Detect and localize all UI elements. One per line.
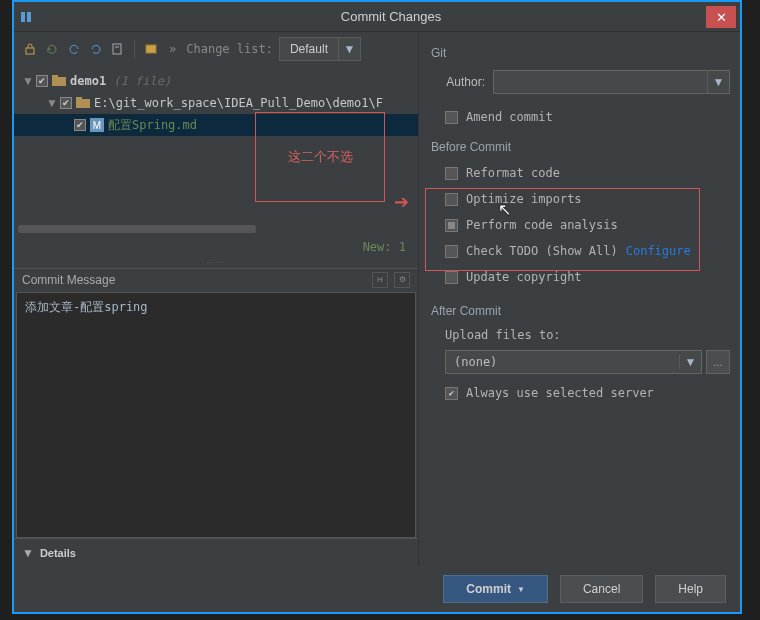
toolbar-separator [134,40,135,58]
checkbox[interactable] [60,97,72,109]
checkbox[interactable] [74,119,86,131]
scrollbar-thumb[interactable] [18,225,256,233]
optimize-option[interactable]: Optimize imports [445,192,730,206]
folder-icon [76,97,90,109]
author-combo[interactable]: ▼ [493,70,730,94]
dialog-body: » Change list: Default ▼ ▼ demo1 (1 file… [14,32,740,612]
changelist-combo[interactable]: Default ▼ [279,37,361,61]
commit-message-header: Commit Message H ⚙ [14,268,418,290]
tree-file-row[interactable]: M 配置Spring.md [14,114,418,136]
analysis-option[interactable]: Perform code analysis [445,218,730,232]
horizontal-scrollbar[interactable] [18,224,414,234]
refresh-icon[interactable] [44,41,60,57]
tree-status-bar: New: 1 [14,236,418,258]
status-new-count: New: 1 [363,240,406,254]
optimize-label: Optimize imports [466,192,582,206]
group-icon[interactable] [143,41,159,57]
details-toggle[interactable]: ▼ Details [14,538,418,566]
folder-icon [52,75,66,87]
markdown-file-icon: M [90,118,104,132]
annotation-arrow-icon: ➔ [394,191,409,213]
expand-arrow-icon[interactable]: ▼ [46,96,56,110]
tree-root-label: demo1 (1 file) [70,74,171,88]
git-section-header: Git [431,46,730,60]
checkbox[interactable] [445,245,458,258]
tree-path-row[interactable]: ▼ E:\git_work_space\IDEA_Pull_Demo\demo1… [14,92,418,114]
right-column: Git Author: ▼ Amend commit Before Commit… [419,32,740,566]
configure-link[interactable]: Configure [626,244,691,258]
window-title: Commit Changes [42,9,740,24]
chevron-down-icon[interactable]: ▼ [707,71,729,93]
before-commit-header: Before Commit [431,140,730,154]
chevron-down-icon[interactable]: ▼ [338,38,360,60]
chevron-down-icon: ▼ [22,546,34,560]
browse-button[interactable]: … [706,350,730,374]
checkbox[interactable] [445,271,458,284]
analysis-label: Perform code analysis [466,218,618,232]
amend-commit-label: Amend commit [466,110,553,124]
tree-file-label: 配置Spring.md [108,117,197,134]
svg-rect-9 [76,97,82,101]
toolbar: » Change list: Default ▼ [14,32,418,66]
copyright-label: Update copyright [466,270,582,284]
svg-rect-1 [27,12,31,22]
changelist-value: Default [280,42,338,56]
checkbox[interactable] [445,111,458,124]
after-commit-header: After Commit [431,304,730,318]
chevron-down-icon[interactable]: ▼ [679,355,701,369]
checkbox[interactable] [36,75,48,87]
help-button[interactable]: Help [655,575,726,603]
author-row: Author: ▼ [429,70,730,94]
todo-option[interactable]: Check TODO (Show All) Configure [445,244,730,258]
svg-rect-7 [52,75,58,79]
upload-value: (none) [446,355,679,369]
upload-combo[interactable]: (none) ▼ [445,350,702,374]
cancel-button[interactable]: Cancel [560,575,643,603]
upload-row: (none) ▼ … [445,350,730,374]
author-label: Author: [429,75,493,89]
svg-rect-0 [21,12,25,22]
dialog-footer: Commit▼ Cancel Help [14,566,740,612]
dialog-window: Commit Changes ✕ » Change list: Default [12,0,742,614]
diff-icon[interactable] [110,41,126,57]
chevron-down-icon: ▼ [517,585,525,594]
reformat-option[interactable]: Reformat code [445,166,730,180]
author-input[interactable] [494,71,707,93]
changelist-prefix: » [169,42,176,56]
details-label: Details [40,547,76,559]
checkbox[interactable] [445,387,458,400]
always-server-label: Always use selected server [466,386,654,400]
commit-message-input[interactable] [16,292,416,538]
close-button[interactable]: ✕ [706,6,736,28]
app-logo-icon [14,3,42,31]
history-icon[interactable]: H [372,272,388,288]
checkbox[interactable] [445,219,458,232]
upload-label: Upload files to: [445,328,730,342]
lock-icon[interactable] [22,41,38,57]
amend-commit-option[interactable]: Amend commit [445,110,730,124]
file-tree[interactable]: ▼ demo1 (1 file) ▼ E:\git_work_space\IDE… [14,66,418,236]
main-split: » Change list: Default ▼ ▼ demo1 (1 file… [14,32,740,566]
always-server-option[interactable]: Always use selected server [445,386,730,400]
undo-icon[interactable] [66,41,82,57]
svg-rect-5 [146,45,156,53]
checkbox[interactable] [445,167,458,180]
commit-message-label: Commit Message [22,273,115,287]
reformat-label: Reformat code [466,166,560,180]
expand-arrow-icon[interactable]: ▼ [22,74,32,88]
commit-button[interactable]: Commit▼ [443,575,548,603]
titlebar[interactable]: Commit Changes ✕ [14,2,740,32]
checkbox[interactable] [445,193,458,206]
copyright-option[interactable]: Update copyright [445,270,730,284]
svg-rect-3 [113,44,121,54]
settings-icon[interactable]: ⚙ [394,272,410,288]
changelist-label: Change list: [186,42,273,56]
tree-path-label: E:\git_work_space\IDEA_Pull_Demo\demo1\F [94,96,383,110]
svg-rect-2 [26,48,34,54]
tree-root-row[interactable]: ▼ demo1 (1 file) [14,70,418,92]
todo-label: Check TODO (Show All) [466,244,618,258]
splitter-grip[interactable]: ⋯⋯ [14,258,418,268]
redo-icon[interactable] [88,41,104,57]
left-column: » Change list: Default ▼ ▼ demo1 (1 file… [14,32,419,566]
